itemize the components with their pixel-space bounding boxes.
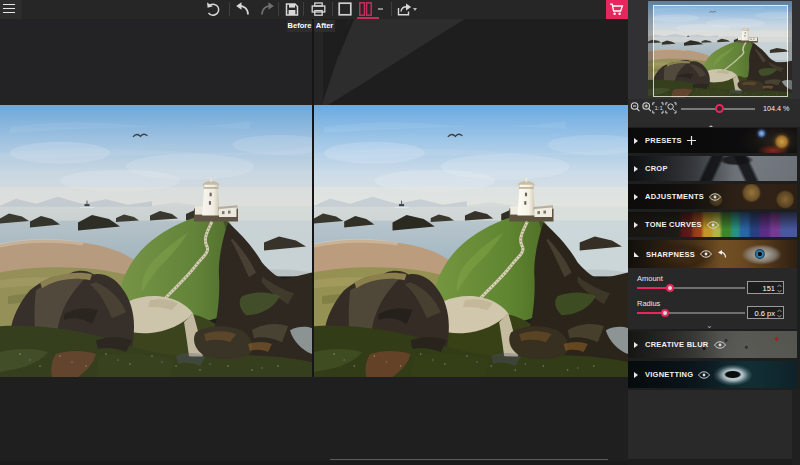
- svg-text:1:1: 1:1: [655, 105, 664, 111]
